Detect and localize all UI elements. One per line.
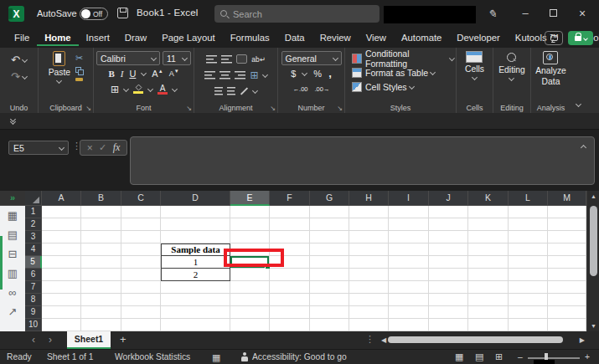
cell-F9[interactable] — [270, 306, 310, 319]
cell-G4[interactable] — [310, 244, 349, 256]
increase-indent-button[interactable] — [227, 86, 235, 95]
undo-button[interactable]: ↶ — [11, 51, 27, 68]
cell-D10[interactable] — [161, 319, 230, 331]
cell-A9[interactable] — [42, 306, 81, 319]
macro-record-icon[interactable]: ▦ — [212, 352, 220, 363]
cell-G3[interactable] — [310, 231, 349, 244]
search-input[interactable]: Search — [214, 5, 380, 23]
share-button[interactable] — [568, 31, 593, 45]
tab-automate[interactable]: Automate — [394, 29, 449, 47]
cell-H7[interactable] — [349, 281, 389, 294]
collapse-formula-bar-icon[interactable] — [581, 145, 586, 151]
cell-B8[interactable] — [81, 294, 121, 306]
autosave-toggle[interactable]: Off — [80, 8, 108, 20]
next-sheet-button[interactable]: › — [49, 334, 52, 346]
accounting-format-button[interactable]: $ — [291, 69, 296, 79]
cell-B5[interactable] — [81, 256, 121, 269]
cell-H1[interactable] — [349, 206, 389, 218]
cell-B7[interactable] — [81, 281, 121, 294]
row-header-7[interactable]: 7 — [25, 281, 42, 294]
page-break-view-button[interactable]: ⊞ — [495, 351, 503, 362]
cell-B4[interactable] — [81, 244, 121, 256]
cell-D9[interactable] — [161, 306, 230, 319]
wrap-text-button[interactable]: ab↵ — [251, 55, 266, 64]
cell-I4[interactable] — [389, 244, 429, 256]
cell-E6[interactable] — [230, 269, 270, 281]
cell-M10[interactable] — [548, 319, 586, 331]
name-box[interactable]: E5 — [8, 141, 69, 155]
cell-A1[interactable] — [42, 206, 81, 218]
reading-layout-icon[interactable]: ▤ — [0, 225, 25, 244]
cell-M7[interactable] — [548, 281, 586, 294]
tab-draw[interactable]: Draw — [117, 29, 154, 47]
cell-J7[interactable] — [429, 281, 468, 294]
cell-H9[interactable] — [349, 306, 389, 319]
cell-B2[interactable] — [81, 218, 121, 231]
cell-J10[interactable] — [429, 319, 468, 331]
maximize-button[interactable] — [540, 0, 565, 26]
cell-I5[interactable] — [389, 256, 429, 269]
cell-I8[interactable] — [389, 294, 429, 306]
open-window-icon[interactable]: ↗ — [0, 302, 25, 321]
column-header-B[interactable]: B — [81, 191, 121, 206]
cell-M8[interactable] — [548, 294, 586, 306]
formula-input[interactable] — [130, 136, 595, 185]
cell-M4[interactable] — [548, 244, 586, 256]
cell-I1[interactable] — [389, 206, 429, 218]
cell-K3[interactable] — [468, 231, 509, 244]
cell-D5[interactable]: 1 — [161, 256, 230, 269]
cell-D3[interactable] — [161, 231, 230, 244]
decrease-indent-button[interactable] — [214, 86, 223, 95]
column-header-C[interactable]: C — [121, 191, 161, 206]
cells-button[interactable]: Cells — [465, 51, 484, 79]
cell-C3[interactable] — [121, 231, 161, 244]
cell-G6[interactable] — [310, 269, 349, 281]
comments-button[interactable] — [545, 31, 563, 45]
redo-button[interactable]: ↷ — [11, 68, 27, 85]
cell-J6[interactable] — [429, 269, 468, 281]
cell-K10[interactable] — [468, 319, 509, 331]
workbook-statistics[interactable]: Workbook Statistics — [115, 352, 190, 361]
cell-E3[interactable] — [230, 231, 270, 244]
cell-A7[interactable] — [42, 281, 81, 294]
number-format-combo[interactable]: General — [281, 51, 342, 65]
cell-M6[interactable] — [548, 269, 586, 281]
new-sheet-button[interactable]: + — [120, 333, 127, 346]
font-color-button[interactable]: A — [157, 85, 168, 95]
dialog-launcher-icon[interactable]: ↘ — [270, 105, 276, 112]
cell-G8[interactable] — [310, 294, 349, 306]
horizontal-scroll-thumb[interactable] — [388, 336, 563, 343]
cell-D8[interactable] — [161, 294, 230, 306]
cell-M9[interactable] — [548, 306, 586, 319]
row-header-10[interactable]: 10 — [25, 319, 42, 331]
cell-K7[interactable] — [468, 281, 509, 294]
analyze-data-button[interactable]: AnalyzeData — [535, 51, 566, 86]
cell-H2[interactable] — [349, 218, 389, 231]
page-layout-view-button[interactable]: ▤ — [475, 351, 483, 362]
tab-file[interactable]: File — [7, 29, 37, 47]
paste-button[interactable]: Paste — [49, 51, 70, 83]
cell-E10[interactable] — [230, 319, 270, 331]
row-header-1[interactable]: 1 — [25, 206, 42, 218]
expand-pane-button[interactable]: » — [0, 191, 25, 206]
cell-M1[interactable] — [548, 206, 586, 218]
collapse-ribbon-icon[interactable] — [576, 101, 581, 107]
font-name-combo[interactable]: Calibri — [96, 51, 160, 65]
scroll-right-icon[interactable]: ▶ — [580, 336, 585, 344]
cell-E2[interactable] — [230, 218, 270, 231]
cell-A10[interactable] — [42, 319, 81, 331]
cell-M5[interactable] — [548, 256, 586, 269]
cell-G10[interactable] — [310, 319, 349, 331]
cell-E8[interactable] — [230, 294, 270, 306]
find-icon[interactable]: ∞ — [0, 283, 25, 302]
column-header-J[interactable]: J — [429, 191, 468, 206]
cell-F10[interactable] — [270, 319, 310, 331]
enter-button[interactable]: ✓ — [99, 142, 106, 153]
center-button[interactable] — [219, 70, 230, 79]
cell-E9[interactable] — [230, 306, 270, 319]
cell-styles-button[interactable]: Cell Styles — [347, 79, 454, 94]
ribbon-options-icon[interactable] — [11, 117, 15, 124]
cell-E7[interactable] — [230, 281, 270, 294]
cell-F8[interactable] — [270, 294, 310, 306]
cell-J9[interactable] — [429, 306, 468, 319]
